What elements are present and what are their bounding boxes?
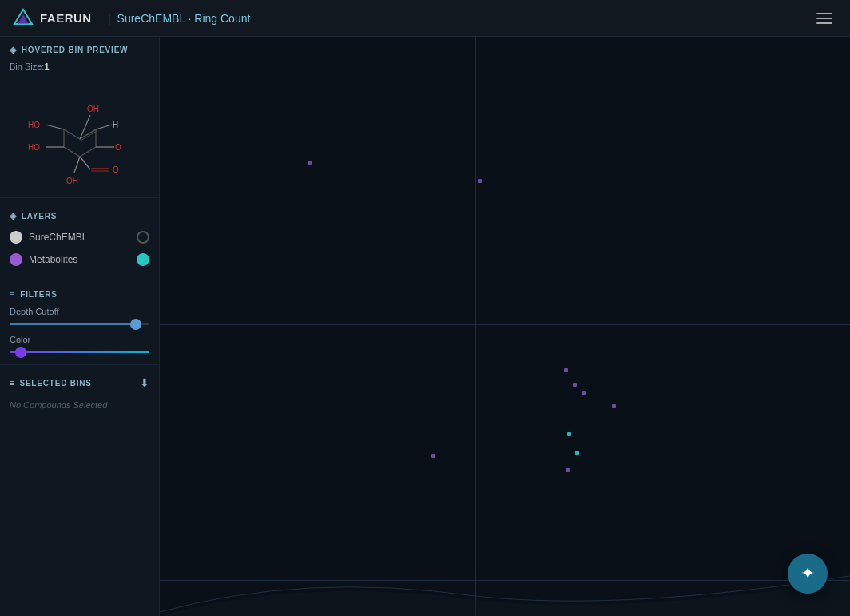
surechembl-toggle[interactable]: [137, 231, 149, 244]
header-subtitle: SureChEMBL · Ring Count: [117, 12, 251, 25]
bin-size-label: Bin Size:: [10, 62, 44, 71]
dot-8: [612, 404, 616, 408]
dot-4: [573, 383, 577, 387]
divider-v2: [475, 37, 476, 616]
logo: FAERUN: [13, 8, 92, 29]
no-compounds-message: No Compounds Selected: [0, 395, 159, 418]
bin-size-value: 1: [44, 62, 49, 71]
selected-bins-label: SELECTED BINS: [19, 379, 135, 387]
svg-text:OH: OH: [87, 105, 99, 113]
app-logo-icon: [13, 8, 34, 29]
dot-6: [567, 432, 571, 436]
dot-9: [566, 468, 570, 472]
depth-cutoff-slider-container: [0, 321, 159, 332]
fab-icon: ✦: [800, 565, 815, 582]
menu-button[interactable]: [812, 8, 837, 29]
color-slider-container: [0, 349, 159, 360]
filters-section: ≡ FILTERS Depth Cutoff Color: [0, 276, 159, 364]
dot-1: [308, 161, 312, 165]
surechembl-color: [10, 231, 22, 244]
svg-line-12: [74, 157, 80, 173]
divider-v1: [304, 37, 304, 616]
dot-2: [478, 179, 482, 183]
svg-text:HO: HO: [28, 143, 40, 152]
dot-7: [575, 451, 579, 455]
main-scatter-area[interactable]: ✦: [160, 37, 850, 616]
download-icon[interactable]: ⬇: [140, 376, 149, 389]
svg-text:H: H: [113, 121, 118, 129]
svg-text:O: O: [113, 165, 119, 174]
sidebar: ◈ HOVERED BIN PREVIEW Bin Size:1 OH HO H…: [0, 37, 160, 616]
filters-label: FILTERS: [20, 290, 58, 299]
layers-label: LAYERS: [22, 212, 57, 221]
header-separator: |: [108, 11, 111, 25]
selected-bins-icon: ≡: [10, 378, 14, 387]
divider-h2: [160, 580, 850, 581]
layer-item-surechembl: SureChEMBL: [0, 226, 159, 248]
layers-section-header: ◈ LAYERS: [0, 203, 159, 226]
selected-bins-header: ≡ SELECTED BINS ⬇: [0, 370, 159, 395]
app-header: FAERUN | SureChEMBL · Ring Count: [0, 0, 850, 37]
fab-button[interactable]: ✦: [788, 554, 828, 594]
dot-5: [582, 391, 586, 395]
app-name: FAERUN: [40, 11, 92, 25]
layer-item-metabolites: Metabolites: [0, 248, 159, 271]
scatter-canvas: [160, 37, 850, 616]
layers-section: ◈ LAYERS SureChEMBL Metabolites: [0, 197, 159, 276]
filters-icon: ≡: [10, 289, 15, 299]
hovered-bin-label: HOVERED BIN PREVIEW: [22, 46, 129, 54]
arc-svg: [160, 568, 850, 616]
dot-10: [431, 454, 435, 458]
surechembl-label: SureChEMBL: [29, 232, 130, 243]
menu-bar-1: [816, 13, 832, 14]
divider-h1: [160, 324, 850, 325]
svg-line-4: [46, 125, 64, 129]
svg-line-14: [80, 157, 90, 169]
hovered-bin-section-header: ◈ HOVERED BIN PREVIEW: [0, 37, 159, 60]
svg-text:O: O: [115, 143, 121, 152]
svg-text:OH: OH: [66, 177, 78, 185]
metabolites-label: Metabolites: [29, 254, 130, 265]
metabolites-toggle[interactable]: [137, 253, 149, 266]
molecule-preview: OH HO HO H O OH O: [16, 79, 144, 191]
metabolites-color: [10, 253, 22, 266]
svg-text:HO: HO: [28, 121, 40, 129]
filters-section-header: ≡ FILTERS: [0, 281, 159, 304]
hovered-bin-icon: ◈: [10, 45, 17, 55]
bin-size-row: Bin Size:1: [0, 60, 159, 76]
molecule-svg: OH HO HO H O OH O: [20, 83, 140, 187]
menu-bar-3: [816, 22, 832, 24]
dot-3: [564, 368, 568, 372]
menu-bar-2: [816, 18, 832, 19]
svg-line-8: [96, 125, 112, 129]
selected-bins-section: ≡ SELECTED BINS ⬇ No Compounds Selected: [0, 364, 159, 423]
layers-icon: ◈: [10, 211, 17, 221]
